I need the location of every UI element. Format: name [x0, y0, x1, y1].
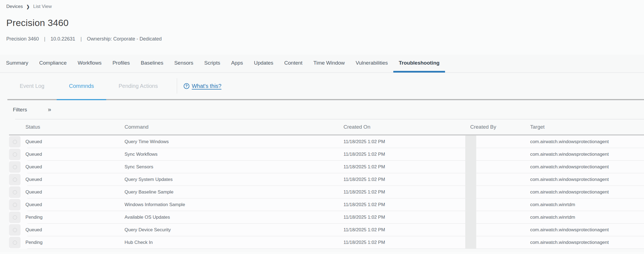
radio-circle-icon: [13, 140, 17, 144]
cell-target: com.airwatch.windowsprotectionagent: [530, 240, 644, 245]
breadcrumb: Devices ❯ List View: [0, 0, 644, 9]
radio-circle-icon: [13, 203, 17, 207]
subtab-commnds[interactable]: Commnds: [57, 73, 106, 100]
cell-created-on: 11/18/2025 1:02 PM: [343, 164, 470, 170]
table-row[interactable]: Pending Hub Check In 11/18/2025 1:02 PM …: [9, 236, 644, 249]
troubleshooting-subtab-bar: Event Log Commnds Pending Actions ? What…: [7, 73, 644, 100]
tab-sensors[interactable]: Sensors: [169, 55, 199, 73]
tab-label: Workflows: [78, 60, 102, 66]
tab-profiles[interactable]: Profiles: [107, 55, 135, 73]
table-row[interactable]: Pending Available OS Updates 11/18/2025 …: [9, 211, 644, 224]
col-created-on: Created On: [343, 124, 470, 130]
tab-apps[interactable]: Apps: [226, 55, 248, 73]
tab-label: Summary: [6, 60, 28, 66]
cell-status: Pending: [25, 215, 125, 220]
cell-target: com.airwatch.windowsprotectionagent: [530, 152, 644, 157]
row-radio-cell: [9, 212, 25, 223]
row-select-radio[interactable]: [9, 174, 21, 185]
tab-workflows[interactable]: Workflows: [72, 55, 107, 73]
tab-content[interactable]: Content: [279, 55, 308, 73]
table-header: Status Command Created On Created By Tar…: [9, 119, 644, 134]
cell-status: Queued: [25, 202, 125, 207]
row-radio-cell: [9, 186, 25, 198]
subtab-event-log[interactable]: Event Log: [7, 73, 57, 100]
subtab-group: Event Log Commnds Pending Actions: [7, 73, 170, 99]
cell-command: Query Time Windows: [125, 139, 343, 145]
cell-status: Queued: [25, 164, 125, 170]
breadcrumb-list-view[interactable]: List View: [33, 4, 52, 9]
subtab-pending-actions[interactable]: Pending Actions: [106, 73, 170, 100]
row-select-radio[interactable]: [9, 136, 21, 148]
meta-separator: |: [80, 36, 82, 42]
device-meta: Precision 3460 | 10.0.22631 | Ownership:…: [6, 35, 644, 42]
meta-separator: |: [44, 36, 45, 42]
tab-label: Profiles: [112, 60, 130, 66]
tab-label: Apps: [231, 60, 243, 66]
table-row[interactable]: Queued Sync Sensors 11/18/2025 1:02 PM c…: [9, 161, 644, 173]
cell-target: com.airwatch.winrtdm: [530, 215, 644, 220]
row-select-radio[interactable]: [9, 224, 21, 236]
row-select-radio[interactable]: [9, 149, 21, 160]
device-tab-bar: Summary Compliance Workflows Profiles Ba…: [0, 55, 644, 73]
row-radio-cell: [9, 174, 25, 185]
tab-time-window[interactable]: Time Window: [308, 55, 350, 73]
cell-command: Query System Updates: [125, 177, 343, 182]
table-row[interactable]: Queued Query Baseline Sample 11/18/2025 …: [9, 186, 644, 198]
cell-target: com.airwatch.windowsprotectionagent: [530, 189, 644, 195]
cell-target: com.airwatch.windowsprotectionagent: [530, 139, 644, 145]
whats-this-link[interactable]: ? What's this?: [184, 73, 221, 99]
row-radio-cell: [9, 224, 25, 236]
table-row[interactable]: Queued Query Device Security 11/18/2025 …: [9, 224, 644, 236]
cell-target: com.airwatch.windowsprotectionagent: [530, 177, 644, 182]
tab-label: Baselines: [141, 60, 163, 66]
cell-created-on: 11/18/2025 1:02 PM: [343, 177, 470, 182]
subtab-label: Commnds: [69, 83, 94, 89]
cell-command: Sync Sensors: [125, 164, 343, 170]
col-status: Status: [25, 124, 125, 130]
table-row[interactable]: Queued Windows Information Sample 11/18/…: [9, 198, 644, 211]
table-row[interactable]: Queued Sync Workflows 11/18/2025 1:02 PM…: [9, 148, 644, 161]
cell-created-on: 11/18/2025 1:02 PM: [343, 202, 470, 207]
cell-status: Queued: [25, 139, 125, 145]
tab-summary[interactable]: Summary: [1, 55, 34, 73]
row-select-radio[interactable]: [9, 237, 21, 248]
row-select-radio[interactable]: [9, 161, 21, 173]
created-by-redaction: [465, 135, 476, 249]
row-select-radio[interactable]: [9, 212, 21, 223]
row-select-radio[interactable]: [9, 186, 21, 198]
radio-circle-icon: [13, 241, 17, 245]
row-select-radio[interactable]: [9, 199, 21, 210]
tab-baselines[interactable]: Baselines: [135, 55, 169, 73]
tab-compliance[interactable]: Compliance: [34, 55, 72, 73]
cell-status: Queued: [25, 152, 125, 157]
filters-row: Filters »: [0, 100, 644, 119]
row-radio-cell: [9, 237, 25, 248]
breadcrumb-devices[interactable]: Devices: [6, 4, 23, 9]
question-circle-icon[interactable]: ?: [184, 83, 189, 89]
tab-updates[interactable]: Updates: [249, 55, 279, 73]
cell-command: Hub Check In: [125, 240, 343, 245]
cell-created-on: 11/18/2025 1:02 PM: [343, 215, 470, 220]
tab-label: Troubleshooting: [399, 60, 440, 66]
cell-status: Queued: [25, 177, 125, 182]
device-meta-name: Precision 3460: [6, 36, 39, 42]
tab-label: Compliance: [39, 60, 67, 66]
table-row[interactable]: Queued Query System Updates 11/18/2025 1…: [9, 173, 644, 186]
cell-status: Pending: [25, 240, 125, 245]
tab-label: Content: [284, 60, 303, 66]
whats-this-label: What's this?: [192, 83, 221, 89]
radio-circle-icon: [13, 215, 17, 220]
table-body: Queued Query Time Windows 11/18/2025 1:0…: [9, 135, 644, 249]
table-row[interactable]: Queued Query Time Windows 11/18/2025 1:0…: [9, 135, 644, 148]
subtab-label: Event Log: [20, 83, 44, 89]
double-chevron-right-icon[interactable]: »: [48, 107, 51, 113]
cell-created-on: 11/18/2025 1:02 PM: [343, 240, 470, 245]
tab-troubleshooting[interactable]: Troubleshooting: [393, 55, 445, 73]
tab-vulnerabilities[interactable]: Vulnerabilities: [350, 55, 393, 73]
filters-label: Filters: [13, 107, 27, 113]
radio-circle-icon: [13, 178, 17, 182]
cell-target: com.airwatch.windowsprotectionagent: [530, 164, 644, 170]
chevron-right-icon: ❯: [26, 4, 30, 9]
tab-label: Time Window: [313, 60, 345, 66]
tab-scripts[interactable]: Scripts: [199, 55, 226, 73]
